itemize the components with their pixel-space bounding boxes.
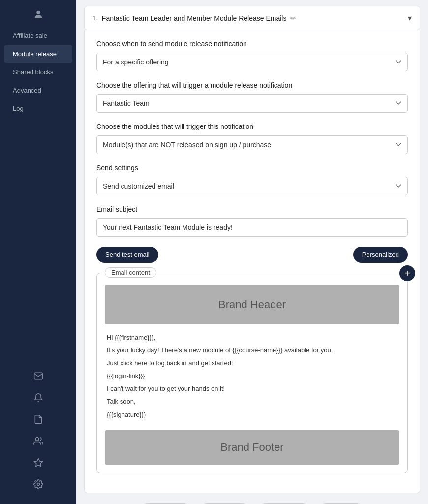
sidebar-item-affiliate-sale[interactable]: Affiliate sale [4,27,72,44]
personalized-button[interactable]: Personalized [353,247,408,263]
sidebar-item-log[interactable]: Log [4,100,72,117]
svg-point-4 [37,483,39,486]
email-line-4: {{{login-link}}} [107,371,397,381]
sidebar-icon-bell[interactable] [0,388,76,408]
bottom-actions: 🗑 DELETE ⬆ IMPORT ⬇ EXPORT 📋 COPY [84,501,420,504]
form-label-modules: Choose the modules that will trigger thi… [96,123,408,130]
email-content-wrapper: Email content + Brand Header Hi {{{first… [96,273,408,473]
svg-point-2 [35,438,39,441]
sidebar-icon-envelope[interactable] [0,366,76,386]
form-section-modules: Choose the modules that will trigger thi… [96,123,408,154]
form-label-send-settings: Send settings [96,164,408,172]
sidebar-item-shared-blocks[interactable]: Shared blocks [4,63,72,81]
form-label-when: Choose when to send module release notif… [96,40,408,48]
email-content-add-button[interactable]: + [399,265,415,281]
sidebar: Affiliate sale Module release Shared blo… [0,0,76,504]
brand-footer-text: Brand Footer [220,441,283,454]
sidebar-item-module-release[interactable]: Module release [4,45,72,63]
svg-marker-3 [34,459,42,467]
form-section-email-subject: Email subject [96,205,408,237]
form-label-offering: Choose the offering that will trigger a … [96,81,408,89]
email-line-1: Hi {{{firstname}}}, [107,332,397,343]
send-test-email-button[interactable]: Send test email [96,247,158,263]
plus-icon: + [404,268,410,278]
brand-header-text: Brand Header [218,298,286,311]
content-panel: Choose when to send module release notif… [84,30,420,493]
accordion-header[interactable]: 1. Fantastic Team Leader and Member Modu… [84,6,420,30]
sidebar-top-icon [0,4,76,25]
edit-icon[interactable]: ✏ [290,14,296,22]
form-select-modules[interactable]: Module(s) that are NOT released on sign … [96,135,408,154]
sidebar-item-advanced[interactable]: Advanced [4,82,72,99]
main-content: 1. Fantastic Team Leader and Member Modu… [76,0,428,504]
email-line-3: Just click here to log back in and get s… [107,358,397,369]
brand-footer-block: Brand Footer [105,430,399,465]
sidebar-icon-star[interactable] [0,453,76,472]
email-line-2: It's your lucky day! There's a new modul… [107,345,397,356]
svg-point-0 [36,11,40,14]
email-body: Hi {{{firstname}}}, It's your lucky day!… [105,330,399,424]
accordion-title: Fantastic Team Leader and Member Module … [102,14,287,22]
form-label-email-subject: Email subject [96,205,408,213]
email-line-5: I can't wait for you to get your hands o… [107,383,397,394]
email-content-label: Email content [105,267,156,278]
sidebar-icon-gear[interactable] [0,474,76,494]
sidebar-icon-document[interactable] [0,410,76,429]
email-line-7: {{{signature}}} [107,410,397,420]
form-select-send-settings[interactable]: Send customized email [96,177,408,195]
email-line-6: Talk soon, [107,396,397,407]
nav-items: Affiliate sale Module release Shared blo… [0,27,76,118]
form-select-when[interactable]: For a specific offering [96,53,408,71]
form-select-offering[interactable]: Fantastic Team [96,94,408,113]
sidebar-icon-users[interactable] [0,431,76,451]
form-section-send-settings: Send settings Send customized email [96,164,408,195]
buttons-row: Send test email Personalized [96,247,408,263]
brand-header-block: Brand Header [105,285,399,324]
form-section-when: Choose when to send module release notif… [96,40,408,71]
form-section-offering: Choose the offering that will trigger a … [96,81,408,113]
accordion-chevron-icon[interactable]: ▾ [408,13,412,23]
accordion-number: 1. [92,14,98,22]
email-subject-input[interactable] [96,218,408,237]
